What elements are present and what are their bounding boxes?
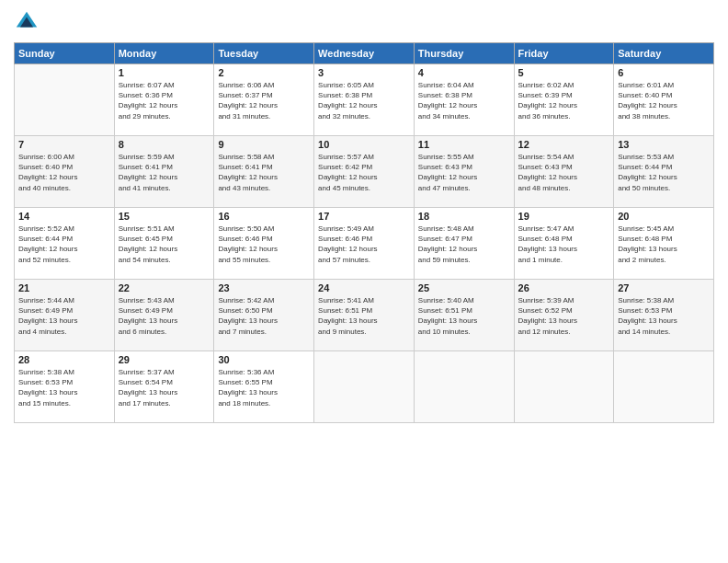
calendar-cell: 18Sunrise: 5:48 AM Sunset: 6:47 PM Dayli… [414,208,514,280]
day-info: Sunrise: 6:04 AM Sunset: 6:38 PM Dayligh… [418,80,510,121]
day-info: Sunrise: 5:57 AM Sunset: 6:42 PM Dayligh… [318,152,410,193]
day-number: 18 [418,211,510,222]
day-number: 14 [18,211,110,222]
day-info: Sunrise: 5:47 AM Sunset: 6:48 PM Dayligh… [518,224,610,265]
calendar-week-row: 1Sunrise: 6:07 AM Sunset: 6:36 PM Daylig… [15,64,714,136]
calendar-week-row: 28Sunrise: 5:38 AM Sunset: 6:53 PM Dayli… [15,351,714,423]
day-info: Sunrise: 5:55 AM Sunset: 6:43 PM Dayligh… [418,152,510,193]
weekday-header: Wednesday [314,43,415,64]
day-number: 15 [119,211,210,222]
logo [14,9,41,35]
calendar-cell [414,351,514,423]
calendar-cell: 29Sunrise: 5:37 AM Sunset: 6:54 PM Dayli… [114,351,214,423]
calendar-cell: 30Sunrise: 5:36 AM Sunset: 6:55 PM Dayli… [214,351,314,423]
day-number: 23 [218,282,310,293]
calendar-cell: 4Sunrise: 6:04 AM Sunset: 6:38 PM Daylig… [414,64,514,136]
day-info: Sunrise: 5:45 AM Sunset: 6:48 PM Dayligh… [618,224,710,265]
day-info: Sunrise: 5:50 AM Sunset: 6:46 PM Dayligh… [218,224,310,265]
day-number: 12 [518,139,610,150]
day-number: 21 [18,282,110,293]
calendar-cell: 5Sunrise: 6:02 AM Sunset: 6:39 PM Daylig… [514,64,614,136]
day-number: 22 [119,282,210,293]
day-number: 1 [119,67,210,78]
calendar-cell: 23Sunrise: 5:42 AM Sunset: 6:50 PM Dayli… [214,280,314,351]
day-number: 20 [618,211,710,222]
day-number: 13 [618,139,710,150]
calendar-cell: 10Sunrise: 5:57 AM Sunset: 6:42 PM Dayli… [314,136,415,208]
day-number: 4 [418,67,510,78]
day-info: Sunrise: 5:51 AM Sunset: 6:45 PM Dayligh… [119,224,210,265]
calendar-cell [15,64,115,136]
calendar-cell: 17Sunrise: 5:49 AM Sunset: 6:46 PM Dayli… [314,208,415,280]
day-number: 19 [518,211,610,222]
day-number: 28 [18,354,110,365]
day-info: Sunrise: 5:49 AM Sunset: 6:46 PM Dayligh… [318,224,410,265]
calendar-cell: 13Sunrise: 5:53 AM Sunset: 6:44 PM Dayli… [614,136,714,208]
calendar-cell: 25Sunrise: 5:40 AM Sunset: 6:51 PM Dayli… [414,280,514,351]
header [14,9,714,35]
day-number: 16 [218,211,310,222]
day-number: 26 [518,282,610,293]
calendar-cell: 8Sunrise: 5:59 AM Sunset: 6:41 PM Daylig… [114,136,214,208]
day-number: 8 [119,139,210,150]
day-info: Sunrise: 6:07 AM Sunset: 6:36 PM Dayligh… [119,80,210,121]
day-info: Sunrise: 5:44 AM Sunset: 6:49 PM Dayligh… [18,295,110,337]
calendar-table: SundayMondayTuesdayWednesdayThursdayFrid… [14,42,714,423]
calendar-cell: 27Sunrise: 5:38 AM Sunset: 6:53 PM Dayli… [614,280,714,351]
weekday-header: Thursday [414,43,514,64]
day-info: Sunrise: 5:48 AM Sunset: 6:47 PM Dayligh… [418,224,510,265]
day-number: 5 [518,67,610,78]
day-number: 17 [318,211,410,222]
calendar-cell: 28Sunrise: 5:38 AM Sunset: 6:53 PM Dayli… [15,351,115,423]
calendar-cell: 2Sunrise: 6:06 AM Sunset: 6:37 PM Daylig… [214,64,314,136]
day-info: Sunrise: 5:59 AM Sunset: 6:41 PM Dayligh… [119,152,210,193]
weekday-header: Friday [514,43,614,64]
calendar-cell: 20Sunrise: 5:45 AM Sunset: 6:48 PM Dayli… [614,208,714,280]
day-info: Sunrise: 6:02 AM Sunset: 6:39 PM Dayligh… [518,80,610,121]
weekday-header: Tuesday [214,43,314,64]
calendar-cell [514,351,614,423]
calendar-cell [614,351,714,423]
day-number: 6 [618,67,710,78]
weekday-header: Saturday [614,43,714,64]
weekday-header: Sunday [15,43,115,64]
calendar-header-row: SundayMondayTuesdayWednesdayThursdayFrid… [15,43,714,64]
day-number: 30 [218,354,310,365]
day-number: 9 [218,139,310,150]
calendar-cell: 22Sunrise: 5:43 AM Sunset: 6:49 PM Dayli… [114,280,214,351]
calendar-cell: 1Sunrise: 6:07 AM Sunset: 6:36 PM Daylig… [114,64,214,136]
day-info: Sunrise: 5:37 AM Sunset: 6:54 PM Dayligh… [119,367,210,408]
calendar-cell: 14Sunrise: 5:52 AM Sunset: 6:44 PM Dayli… [15,208,115,280]
day-number: 25 [418,282,510,293]
day-info: Sunrise: 5:58 AM Sunset: 6:41 PM Dayligh… [218,152,310,193]
calendar-cell: 24Sunrise: 5:41 AM Sunset: 6:51 PM Dayli… [314,280,415,351]
day-number: 2 [218,67,310,78]
calendar-cell: 3Sunrise: 6:05 AM Sunset: 6:38 PM Daylig… [314,64,415,136]
day-info: Sunrise: 5:41 AM Sunset: 6:51 PM Dayligh… [318,295,410,337]
day-info: Sunrise: 6:00 AM Sunset: 6:40 PM Dayligh… [18,152,110,193]
calendar-week-row: 21Sunrise: 5:44 AM Sunset: 6:49 PM Dayli… [15,280,714,351]
calendar-week-row: 7Sunrise: 6:00 AM Sunset: 6:40 PM Daylig… [15,136,714,208]
day-info: Sunrise: 5:39 AM Sunset: 6:52 PM Dayligh… [518,295,610,337]
day-number: 7 [18,139,110,150]
day-info: Sunrise: 5:38 AM Sunset: 6:53 PM Dayligh… [618,295,710,337]
calendar-cell: 6Sunrise: 6:01 AM Sunset: 6:40 PM Daylig… [614,64,714,136]
day-info: Sunrise: 5:54 AM Sunset: 6:43 PM Dayligh… [518,152,610,193]
calendar-week-row: 14Sunrise: 5:52 AM Sunset: 6:44 PM Dayli… [15,208,714,280]
day-number: 11 [418,139,510,150]
day-number: 27 [618,282,710,293]
day-number: 24 [318,282,410,293]
day-info: Sunrise: 6:01 AM Sunset: 6:40 PM Dayligh… [618,80,710,121]
day-info: Sunrise: 5:53 AM Sunset: 6:44 PM Dayligh… [618,152,710,193]
day-number: 10 [318,139,410,150]
day-info: Sunrise: 5:38 AM Sunset: 6:53 PM Dayligh… [18,367,110,408]
day-number: 29 [119,354,210,365]
calendar-cell: 15Sunrise: 5:51 AM Sunset: 6:45 PM Dayli… [114,208,214,280]
day-info: Sunrise: 5:36 AM Sunset: 6:55 PM Dayligh… [218,367,310,408]
calendar-cell: 12Sunrise: 5:54 AM Sunset: 6:43 PM Dayli… [514,136,614,208]
logo-icon [14,9,40,35]
calendar-cell: 7Sunrise: 6:00 AM Sunset: 6:40 PM Daylig… [15,136,115,208]
calendar-page: SundayMondayTuesdayWednesdayThursdayFrid… [0,0,728,563]
day-info: Sunrise: 5:52 AM Sunset: 6:44 PM Dayligh… [18,224,110,265]
day-info: Sunrise: 6:06 AM Sunset: 6:37 PM Dayligh… [218,80,310,121]
